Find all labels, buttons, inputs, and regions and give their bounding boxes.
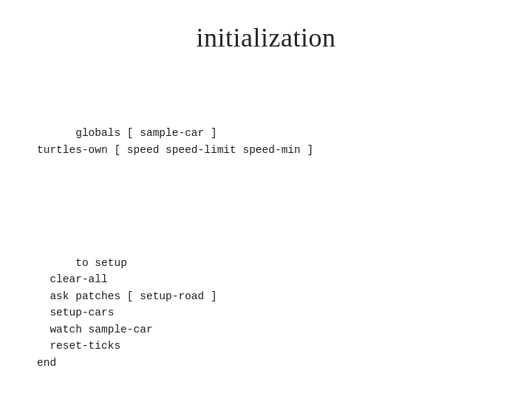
clear-all-line: clear-all [37,273,108,285]
globals-line: globals [ sample-car ] [75,127,216,139]
end-setup-line: end [37,357,56,369]
page-title: initialization [197,22,336,53]
page-container: initialization globals [ sample-car ] tu… [0,0,532,399]
turtles-own-line: turtles-own [ speed speed-limit speed-mi… [37,144,313,156]
reset-ticks-line: reset-ticks [37,340,120,352]
ask-patches-line: ask patches [ setup-road ] [37,290,217,302]
setup-section: to setup clear-all ask patches [ setup-r… [37,238,502,387]
to-setup-line: to setup [75,257,127,269]
code-block: globals [ sample-car ] turtles-own [ spe… [30,75,502,399]
globals-section: globals [ sample-car ] turtles-own [ spe… [37,109,502,175]
setup-cars-line: setup-cars [37,307,114,318]
watch-sample-car-line: watch sample-car [37,324,153,335]
